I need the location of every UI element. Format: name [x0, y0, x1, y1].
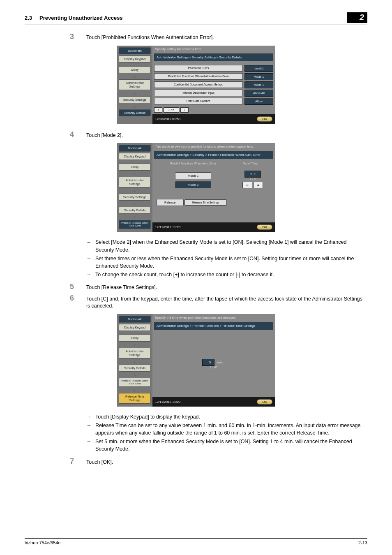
page-footer: bizhub 754e/654e 2-13: [25, 538, 367, 545]
step-4: 4 Touch [Mode 2].: [70, 130, 367, 139]
sidebar-item-utility[interactable]: Utility: [119, 164, 151, 171]
display-keypad-button[interactable]: Display Keypad: [119, 56, 151, 62]
ok-button[interactable]: OK: [257, 224, 272, 230]
step-text: Touch [Release Time Settings].: [86, 282, 157, 291]
sidebar-item-release-time[interactable]: Release Time Settings: [119, 393, 151, 404]
step-text: Touch [Prohibited Functions When Authent…: [86, 32, 214, 42]
password-rules-value: Invalid: [244, 65, 273, 72]
sidebar-item-admin-settings[interactable]: Administrator Settings: [119, 79, 151, 90]
prohibited-functions-value: Mode 1: [244, 73, 273, 80]
sidebar: Bookmark Display Keypad Utility ↓ Admini…: [117, 314, 152, 407]
mode-2-button[interactable]: Mode 2: [175, 181, 212, 188]
step-number: 3: [70, 32, 86, 42]
breadcrumb: Administrator Settings > Security > Proh…: [154, 151, 273, 159]
product-name: bizhub 754e/654e: [25, 540, 60, 545]
bullet-text: To change the check count, touch [+] to …: [95, 271, 366, 278]
arrow-icon: →: [86, 271, 95, 278]
bullet-list: →Touch [Display Keypad] to display the k…: [86, 413, 367, 453]
mode-1-button[interactable]: Mode 1: [175, 172, 212, 179]
chapter-badge: 2: [347, 12, 367, 23]
tries-range: 1 - 5: [232, 178, 273, 180]
arrow-icon: →: [86, 413, 95, 421]
breadcrumb: Administrator Settings> Security Setting…: [154, 53, 273, 61]
bullet-text: Touch [Display Keypad] to display the ke…: [95, 413, 366, 421]
bookmark-button[interactable]: Bookmark: [119, 145, 151, 152]
sidebar-item-prohibit-functions[interactable]: Prohibit Functions When Auth. Error: [119, 220, 151, 229]
ok-button[interactable]: OK: [257, 399, 272, 405]
bookmark-button[interactable]: Bookmark: [119, 316, 151, 323]
chevron-down-icon: ↓: [119, 189, 151, 193]
step-text: Touch [Mode 2].: [86, 130, 123, 139]
sidebar-item-security-settings[interactable]: Security Settings: [119, 96, 151, 103]
sidebar-item-utility[interactable]: Utility: [119, 335, 151, 342]
step-6: 6 Touch [C] and, from the keypad, enter …: [70, 294, 367, 310]
screenshot-release-time: Bookmark Display Keypad Utility ↓ Admini…: [117, 314, 275, 407]
pager-down-button[interactable]: ↓: [180, 107, 189, 113]
arrow-icon: →: [86, 255, 95, 270]
sidebar-item-admin-settings[interactable]: Administrator Settings: [119, 177, 151, 187]
password-rules-button[interactable]: Password Rules: [154, 65, 243, 72]
confidential-document-value: Mode 1: [244, 81, 273, 88]
screenshot-prohibit-functions: Bookmark Display Keypad Utility ↓ Admini…: [117, 143, 275, 232]
timestamp: 12/11/2012 11:28: [155, 400, 180, 404]
step-text: Touch [C] and, from the keypad, enter th…: [86, 294, 366, 310]
chevron-down-icon: ↓: [119, 360, 151, 364]
sidebar-item-utility[interactable]: Utility: [119, 66, 151, 73]
section-header: 2.3 Preventing Unauthorized Access 2: [25, 12, 367, 25]
step-3: 3 Touch [Prohibited Functions When Authe…: [70, 32, 367, 42]
manual-destination-button[interactable]: Manual Destination Input: [154, 90, 243, 96]
sidebar-item-security-details[interactable]: Security Details: [119, 109, 151, 116]
display-keypad-button[interactable]: Display Keypad: [119, 324, 151, 331]
bookmark-button[interactable]: Bookmark: [119, 47, 151, 54]
release-button[interactable]: Release: [157, 199, 184, 206]
sidebar: Bookmark Display Keypad Utility ↓ Admini…: [117, 46, 152, 124]
pager-label: 1 / 5: [164, 107, 179, 113]
display-keypad-button[interactable]: Display Keypad: [119, 153, 151, 160]
chevron-down-icon: ↓: [119, 104, 151, 109]
sidebar-item-prohibit-functions[interactable]: Prohibit Functions When Auth. Error: [119, 378, 151, 387]
min-label: min.: [216, 360, 225, 365]
bullet-text: Select [Mode 2] when the Enhanced Securi…: [95, 238, 366, 253]
step-5: 5 Touch [Release Time Settings].: [70, 282, 367, 291]
sidebar-item-security-settings[interactable]: Security Settings: [119, 194, 151, 201]
step-number: 4: [70, 130, 86, 139]
ok-button[interactable]: OK: [257, 116, 272, 122]
arrow-icon: →: [86, 438, 95, 453]
step-text: Touch [OK].: [86, 457, 113, 466]
chevron-down-icon: ↓: [119, 215, 151, 219]
chevron-down-icon: ↓: [119, 343, 151, 347]
print-data-capture-button[interactable]: Print Data Capture: [154, 98, 243, 104]
arrow-icon: →: [86, 422, 95, 437]
pager-up-button[interactable]: ↑: [154, 107, 162, 113]
arrow-icon: →: [86, 238, 95, 253]
chevron-down-icon: ↓: [119, 74, 151, 79]
step-number: 5: [70, 282, 86, 291]
section-title: Preventing Unauthorized Access: [39, 15, 347, 21]
bullet-text: Set three times or less when the Enhance…: [95, 255, 366, 270]
chevron-down-icon: ↓: [119, 91, 151, 95]
page-number: 2-13: [358, 540, 367, 545]
chevron-down-icon: ↓: [119, 388, 151, 392]
release-time-value[interactable]: 5: [202, 359, 214, 366]
minus-button[interactable]: −: [242, 182, 252, 188]
sidebar-item-admin-settings[interactable]: Administrator Settings: [119, 348, 151, 358]
print-data-capture-value: Allow: [244, 98, 273, 105]
sidebar-item-security-details[interactable]: Security Details: [119, 207, 151, 214]
step-number: 6: [70, 294, 86, 310]
screen-instruction: This mode allows you to prohibit functio…: [152, 143, 275, 150]
breadcrumb: Administrator Settings > Prohibit Functi…: [154, 322, 273, 330]
plus-button[interactable]: +: [253, 182, 263, 188]
chevron-down-icon: ↓: [119, 373, 151, 377]
screen-instruction: Specify the time when prohibited functio…: [152, 314, 275, 321]
timestamp: 12/11/2012 11:28: [155, 225, 180, 229]
sidebar-item-security-details[interactable]: Security Details: [119, 365, 151, 372]
bullet-text: Release Time can be set to any value bet…: [95, 422, 366, 437]
confidential-document-button[interactable]: Confidential Document Access Method: [154, 81, 243, 88]
screenshot-security-details: Bookmark Display Keypad Utility ↓ Admini…: [117, 46, 275, 124]
release-time-settings-button[interactable]: Release Time Settings: [184, 199, 227, 206]
chevron-down-icon: ↓: [119, 172, 151, 176]
section-number: 2.3: [25, 15, 32, 21]
timestamp: 12/26/2012 01:50: [155, 117, 180, 121]
prohibited-functions-button[interactable]: Prohibited Functions When Authentication…: [154, 73, 243, 80]
step-number: 7: [70, 457, 86, 466]
